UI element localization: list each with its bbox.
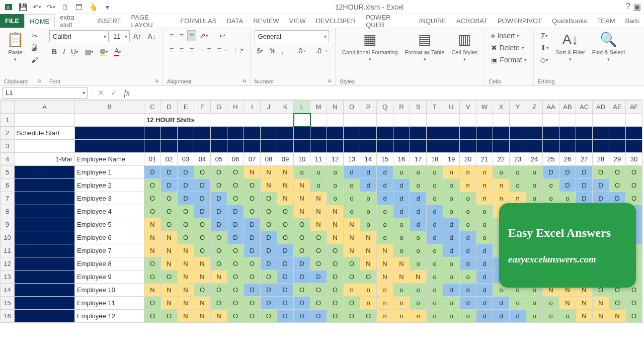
shift-cell[interactable]: o [427,297,443,310]
col-header[interactable]: P [360,101,377,114]
col-header[interactable]: X [493,101,510,114]
shift-cell[interactable]: D [261,257,277,270]
cut-icon[interactable]: ✂ [29,30,41,41]
shift-cell[interactable]: d [476,310,493,323]
row-header[interactable]: 5 [1,166,15,179]
shift-cell[interactable]: d [443,231,460,244]
shift-cell[interactable]: N [277,179,294,192]
shift-cell[interactable]: o [410,257,427,270]
shift-cell[interactable]: O [161,310,178,323]
tab-powerpivot[interactable]: POWERPIVOT [493,14,547,28]
shift-cell[interactable]: d [410,218,427,231]
shift-cell[interactable]: o [476,231,493,244]
shift-cell[interactable]: O [626,297,642,310]
shift-cell[interactable]: o [526,297,543,310]
shift-cell[interactable]: o [476,218,493,231]
day-header[interactable]: 19 [443,153,460,166]
fontsize-select[interactable]: 11 [110,30,130,42]
shift-cell[interactable]: O [360,270,377,284]
shift-cell[interactable]: o [393,244,410,257]
shift-cell[interactable]: O [227,166,244,179]
tab-powerquery[interactable]: POWER QUER [361,14,414,28]
shift-cell[interactable]: n [460,179,476,192]
shift-cell[interactable]: O [194,231,211,244]
find-select-button[interactable]: 🔍Find & Select [590,30,627,63]
shift-cell[interactable]: N [144,244,161,257]
shift-cell[interactable]: d [460,231,476,244]
shift-cell[interactable]: D [277,257,294,270]
orientation-icon[interactable]: ⇗ [197,30,211,41]
shift-cell[interactable]: o [460,192,476,205]
shift-cell[interactable]: O [161,205,178,218]
formula-input[interactable] [133,87,644,99]
shift-cell[interactable]: D [294,297,310,310]
qat-customize-icon[interactable]: ▾ [102,2,113,13]
bold-button[interactable]: B [49,45,59,58]
shift-cell[interactable]: D [178,179,194,192]
shift-cell[interactable]: D [310,310,327,323]
col-header[interactable]: J [261,101,277,114]
shift-cell[interactable]: O [144,257,161,270]
shift-cell[interactable]: O [261,205,277,218]
shift-cell[interactable]: N [360,244,377,257]
day-header[interactable]: 23 [510,153,526,166]
shift-cell[interactable]: d [393,192,410,205]
shift-cell[interactable]: n [393,297,410,310]
shift-cell[interactable]: D [161,179,178,192]
shift-cell[interactable]: O [178,231,194,244]
shift-cell[interactable]: N [360,257,377,270]
shift-cell[interactable]: O [144,270,161,284]
shift-cell[interactable]: O [344,310,360,323]
shift-cell[interactable]: n [377,297,393,310]
col-header[interactable]: AD [593,101,609,114]
employee-name-cell[interactable]: Employee 4 [75,205,144,218]
shift-cell[interactable]: D [294,310,310,323]
col-header[interactable]: AC [576,101,593,114]
shift-cell[interactable]: O [211,231,227,244]
autosum-icon[interactable]: Σ [538,30,551,41]
shift-cell[interactable]: O [327,284,344,297]
shift-cell[interactable]: o [310,179,327,192]
shift-cell[interactable]: N [261,179,277,192]
shift-cell[interactable]: O [211,257,227,270]
shift-cell[interactable]: d [460,244,476,257]
shift-cell[interactable]: N [178,297,194,310]
shift-cell[interactable]: o [510,297,526,310]
shift-cell[interactable]: N [178,257,194,270]
shift-cell[interactable]: O [609,297,626,310]
shift-cell[interactable]: N [144,218,161,231]
employee-name-cell[interactable]: Employee 7 [75,244,144,257]
shift-cell[interactable]: d [410,205,427,218]
shift-cell[interactable]: O [227,179,244,192]
shift-cell[interactable]: O [626,179,642,192]
row-header[interactable]: 12 [1,257,15,270]
col-header[interactable]: F [194,101,211,114]
row-header[interactable]: 3 [1,140,15,153]
row-header[interactable]: 7 [1,192,15,205]
shift-cell[interactable]: O [294,244,310,257]
col-header[interactable]: G [211,101,227,114]
shift-cell[interactable]: d [476,284,493,297]
shift-cell[interactable]: D [593,179,609,192]
shift-cell[interactable]: o [360,205,377,218]
shift-cell[interactable]: N [327,231,344,244]
fill-icon[interactable]: ⬇ [538,42,551,53]
shift-cell[interactable]: o [427,257,443,270]
col-header[interactable]: K [277,101,294,114]
shift-cell[interactable]: d [460,284,476,297]
shift-cell[interactable]: d [377,179,393,192]
shift-cell[interactable]: o [443,270,460,284]
shift-cell[interactable]: N [211,270,227,284]
day-header[interactable]: 05 [211,153,227,166]
tab-team[interactable]: TEAM [592,14,620,28]
employee-name-cell[interactable]: Employee 8 [75,257,144,270]
row-header[interactable]: 6 [1,179,15,192]
day-header[interactable]: 27 [576,153,593,166]
shift-cell[interactable]: D [277,244,294,257]
day-header[interactable]: 30 [626,153,642,166]
day-header[interactable]: 24 [526,153,543,166]
shift-cell[interactable]: O [360,310,377,323]
shift-cell[interactable]: O [277,205,294,218]
shift-cell[interactable]: d [410,192,427,205]
alignment-launcher-icon[interactable]: ⧉ [243,78,246,84]
